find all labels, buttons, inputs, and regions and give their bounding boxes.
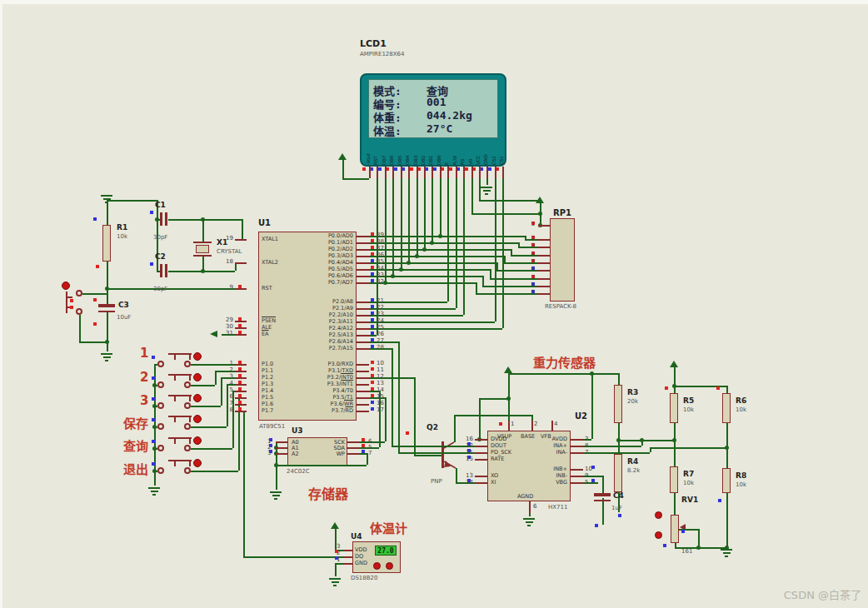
wire	[456, 178, 457, 308]
reset-button-prong	[67, 297, 72, 298]
c3-capacitor-body[interactable]	[98, 304, 115, 307]
pin-name: P0.0/AD0	[303, 232, 353, 239]
pin-name: AGND	[517, 493, 533, 500]
wire	[79, 341, 107, 343]
r7-resistor-body[interactable]	[670, 466, 678, 493]
r1-resistor-body[interactable]	[102, 225, 111, 262]
c3-capacitor-body[interactable]	[98, 311, 115, 312]
pin-number: 7	[585, 449, 588, 456]
pin-stub	[235, 321, 247, 322]
pin-number: 8	[223, 406, 233, 413]
pin-name: P1.4	[262, 387, 273, 394]
logic-high-indicator	[496, 167, 499, 171]
pin-number: 21	[377, 297, 384, 304]
pin-stub	[235, 391, 247, 392]
pin-name: P2.3/A11	[303, 318, 353, 325]
pin-stub	[357, 335, 369, 336]
logic-low-indicator	[371, 259, 374, 262]
pin-name: PSEN	[262, 317, 276, 324]
button-prong	[174, 376, 176, 381]
pin-stub	[538, 262, 550, 264]
power-arrow-icon	[504, 366, 512, 373]
ground-icon	[152, 494, 156, 496]
lcd-pin-label: DB2	[422, 140, 427, 165]
pin-name: INB+	[517, 466, 567, 472]
logic-low-indicator	[370, 167, 373, 171]
button-bar	[168, 437, 192, 439]
pin-stub	[571, 446, 583, 447]
pin-stub	[357, 262, 369, 264]
ground-icon	[523, 518, 535, 520]
pin-stub	[347, 453, 360, 455]
button-label-2: 2	[140, 370, 148, 385]
button-prong	[174, 439, 176, 444]
c2-ref: C2	[155, 252, 166, 261]
lcd-pin-label: DB7	[382, 140, 387, 165]
pin-number: 3	[267, 450, 271, 456]
ground-icon	[485, 193, 488, 195]
ds18b20-temp-up-button[interactable]	[373, 562, 381, 570]
lcd-pin-label: RST	[374, 140, 379, 165]
pin-name: DOUT	[491, 442, 506, 449]
pin-stub	[475, 459, 487, 461]
c4-capacitor-body[interactable]	[594, 500, 611, 501]
c1-capacitor-body[interactable]	[160, 212, 162, 226]
logic-low-indicator	[152, 397, 155, 401]
r3-resistor-body[interactable]	[614, 385, 622, 423]
push-button-6[interactable]	[193, 459, 202, 467]
x1-crystal-body[interactable]	[196, 245, 209, 253]
pin-name: P0.5/AD5	[303, 266, 353, 272]
pin-number: 13	[463, 472, 473, 479]
pin-name: AVDD	[517, 436, 567, 442]
wire-junction	[538, 212, 542, 216]
c1-capacitor-body[interactable]	[165, 212, 167, 226]
ds18b20-temp-down-button[interactable]	[386, 562, 393, 570]
pin-number: 10	[377, 360, 384, 366]
r5-resistor-body[interactable]	[670, 393, 678, 423]
rv1-ref: RV1	[681, 496, 698, 504]
pin-number: 2	[525, 235, 535, 242]
logic-high-indicator	[371, 387, 374, 391]
push-button-5[interactable]	[193, 436, 202, 445]
lcd-pin-label: DB5	[398, 140, 403, 165]
rv1-adjust-up-button[interactable]	[655, 511, 662, 519]
push-button-3[interactable]	[193, 394, 202, 402]
push-button-1[interactable]	[193, 352, 202, 361]
wire	[79, 315, 81, 341]
c2-capacitor-body[interactable]	[165, 264, 167, 277]
wire	[191, 385, 215, 386]
pin-number: 27	[377, 337, 384, 344]
c2-capacitor-body[interactable]	[160, 264, 162, 277]
pin-name: P1.7	[262, 407, 273, 414]
logic-high-indicator	[716, 386, 720, 390]
wire	[675, 547, 726, 549]
button-prong	[189, 396, 191, 401]
r8-resistor-body[interactable]	[722, 468, 731, 493]
reset-button-actuator[interactable]	[62, 282, 70, 290]
r4-resistor-body[interactable]	[614, 454, 622, 492]
button-prong	[174, 396, 176, 401]
rv1-adjust-down-button[interactable]	[655, 531, 662, 539]
wire-junction	[105, 340, 109, 344]
wire-junction	[616, 438, 621, 442]
pin-name: P1.1	[262, 367, 273, 374]
pin-stub	[551, 421, 553, 431]
reset-button-terminal	[76, 290, 82, 297]
c4-capacitor-body[interactable]	[594, 493, 611, 496]
pin-number: 4	[223, 380, 233, 386]
ground-icon	[270, 491, 282, 493]
wire	[369, 256, 504, 257]
push-button-4[interactable]	[193, 415, 202, 423]
push-button-2[interactable]	[193, 373, 202, 381]
wire-junction	[391, 274, 395, 278]
ground-icon	[333, 585, 337, 586]
pin-stub	[357, 404, 369, 406]
rv1-pot-body[interactable]	[671, 515, 679, 543]
u4-part: DS18B20	[351, 575, 377, 581]
pin-name: WP	[295, 451, 345, 457]
pin-name: DVDD	[491, 436, 506, 442]
lcd-ref: LCD1	[360, 38, 387, 49]
rp1-respack-body[interactable]	[550, 218, 575, 302]
r6-resistor-body[interactable]	[722, 393, 731, 423]
pin-name: VDD	[355, 546, 367, 553]
